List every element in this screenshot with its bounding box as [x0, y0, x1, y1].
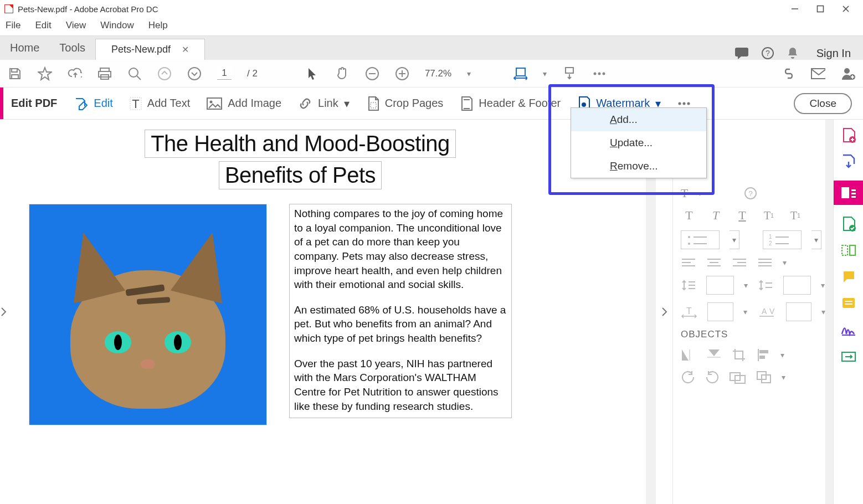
- menu-file[interactable]: File: [6, 20, 20, 31]
- help-icon[interactable]: ?: [761, 47, 774, 60]
- bullet-list-icon[interactable]: [681, 230, 720, 249]
- line-spacing-value[interactable]: [706, 276, 734, 295]
- rail-export-pdf-icon[interactable]: [840, 154, 857, 169]
- align-objects-dropdown-icon[interactable]: ▾: [780, 351, 784, 359]
- comments-icon[interactable]: [734, 47, 749, 59]
- star-icon[interactable]: [38, 66, 52, 81]
- add-image-tool[interactable]: Add Image: [207, 97, 281, 110]
- close-window-button[interactable]: [833, 0, 859, 18]
- flip-horizontal-icon[interactable]: [681, 348, 696, 362]
- arrange-dropdown-icon[interactable]: ▾: [782, 373, 785, 382]
- rail-compress-pdf-icon[interactable]: [840, 216, 857, 232]
- para-spacing-dropdown-icon[interactable]: ▾: [821, 281, 825, 290]
- horizontal-scale-icon[interactable]: T: [681, 305, 697, 318]
- align-right-icon[interactable]: [732, 257, 747, 268]
- watermark-menu-update[interactable]: Update...Update...: [571, 131, 706, 155]
- rail-organize-pdf-icon[interactable]: [840, 243, 857, 258]
- zoom-dropdown-icon[interactable]: ▾: [467, 69, 471, 78]
- align-center-icon[interactable]: [706, 257, 722, 268]
- rail-sticky-note-icon[interactable]: [840, 296, 857, 311]
- hscale-value[interactable]: [707, 302, 733, 321]
- doc-title-line2[interactable]: Benefits of Pets: [225, 163, 376, 187]
- rail-more-tools-icon[interactable]: [840, 349, 857, 364]
- bullet-list-dropdown-icon[interactable]: ▾: [730, 230, 739, 249]
- watermark-menu-remove[interactable]: Remove...Remove...: [571, 155, 706, 178]
- align-left-icon[interactable]: [681, 257, 696, 268]
- text-frame[interactable]: Nothing compares to the joy of coming ho…: [289, 204, 512, 418]
- tab-tools[interactable]: Tools: [49, 36, 95, 60]
- paragraph-3[interactable]: Over the past 10 years, NIH has partnere…: [294, 357, 507, 414]
- share-person-icon[interactable]: [841, 66, 855, 81]
- link-tool[interactable]: Link ▾: [298, 96, 350, 111]
- replace-image-icon[interactable]: [730, 371, 746, 384]
- page-number-input[interactable]: [217, 67, 232, 80]
- left-nav-expander[interactable]: [0, 120, 12, 504]
- selection-tool-icon[interactable]: [305, 66, 320, 81]
- line-spacing-dropdown-icon[interactable]: ▾: [744, 281, 748, 290]
- tab-close-icon[interactable]: ✕: [182, 44, 189, 55]
- number-list-icon[interactable]: 12: [763, 230, 802, 249]
- paragraph-2[interactable]: An estimated 68% of U.S. households have…: [294, 303, 507, 346]
- hscale-dropdown-icon[interactable]: ▾: [743, 307, 747, 316]
- close-edit-button[interactable]: Close: [794, 93, 852, 114]
- char-spacing-icon[interactable]: AV: [757, 305, 776, 318]
- share-link-icon[interactable]: [781, 66, 795, 81]
- rail-edit-pdf-icon[interactable]: [834, 181, 864, 205]
- rotate-cw-icon[interactable]: [705, 370, 720, 384]
- edit-tool[interactable]: Edit: [74, 96, 112, 111]
- add-text-tool[interactable]: T Add Text: [130, 97, 190, 110]
- minimize-button[interactable]: [782, 0, 808, 18]
- scroll-mode-icon[interactable]: [562, 66, 577, 81]
- prev-page-icon[interactable]: [157, 66, 172, 81]
- cloud-upload-icon[interactable]: [68, 66, 82, 81]
- rail-sign-icon[interactable]: [840, 322, 857, 338]
- more-toolbar-icon[interactable]: [592, 66, 607, 81]
- char-spacing-dropdown-icon[interactable]: ▾: [821, 307, 825, 316]
- menu-help[interactable]: Help: [148, 20, 168, 31]
- email-icon[interactable]: [811, 66, 825, 81]
- circle-help-icon[interactable]: ?: [744, 187, 757, 200]
- flip-vertical-icon[interactable]: [706, 348, 722, 362]
- link-dropdown-icon[interactable]: ▾: [344, 97, 350, 110]
- format-panel-scrollbar[interactable]: [825, 120, 833, 504]
- fit-width-icon[interactable]: [513, 66, 527, 81]
- print-icon[interactable]: [97, 66, 112, 81]
- italic-icon[interactable]: T: [707, 208, 724, 223]
- zoom-in-icon[interactable]: [395, 66, 409, 81]
- text-color-dropdown-icon[interactable]: ▾: [698, 189, 702, 198]
- crop-object-icon[interactable]: [732, 348, 746, 362]
- hand-tool-icon[interactable]: [335, 66, 350, 81]
- rotate-ccw-icon[interactable]: [681, 370, 695, 384]
- doc-title-line1[interactable]: The Health and Mood-Boosting: [151, 131, 450, 156]
- save-icon[interactable]: [8, 66, 22, 81]
- crop-pages-tool[interactable]: Crop Pages: [366, 96, 444, 111]
- para-spacing-value[interactable]: [783, 276, 811, 295]
- align-justify-icon[interactable]: [757, 257, 773, 268]
- menu-view[interactable]: View: [66, 20, 86, 31]
- number-list-dropdown-icon[interactable]: ▾: [811, 230, 821, 249]
- align-more-dropdown-icon[interactable]: ▾: [783, 258, 787, 267]
- bold-icon[interactable]: T: [681, 208, 697, 223]
- rail-comment-icon[interactable]: [840, 269, 857, 285]
- superscript-icon[interactable]: T1: [761, 208, 777, 223]
- header-footer-tool[interactable]: Header & Footer: [460, 96, 561, 111]
- pet-image[interactable]: [29, 204, 267, 425]
- more-edit-tools-icon[interactable]: [677, 101, 691, 106]
- next-page-icon[interactable]: [187, 66, 202, 81]
- align-objects-icon[interactable]: [756, 348, 770, 362]
- tab-home[interactable]: Home: [0, 36, 49, 60]
- arrange-icon[interactable]: [756, 371, 772, 384]
- document-viewer[interactable]: The Health and Mood-Boosting Benefits of…: [12, 120, 646, 504]
- tab-document[interactable]: Pets-New.pdf ✕: [95, 39, 205, 60]
- maximize-button[interactable]: [808, 0, 833, 18]
- paragraph-1[interactable]: Nothing compares to the joy of coming ho…: [294, 207, 507, 292]
- menu-window[interactable]: Window: [100, 20, 133, 31]
- subscript-icon[interactable]: T1: [787, 208, 804, 223]
- menu-edit[interactable]: Edit: [35, 20, 51, 31]
- zoom-level[interactable]: 77.2%: [425, 68, 451, 79]
- text-color-icon[interactable]: T: [681, 186, 688, 200]
- paragraph-spacing-icon[interactable]: [758, 279, 773, 292]
- sign-in-link[interactable]: Sign In: [816, 47, 851, 60]
- zoom-out-icon[interactable]: [365, 66, 379, 81]
- underline-icon[interactable]: T: [734, 208, 751, 223]
